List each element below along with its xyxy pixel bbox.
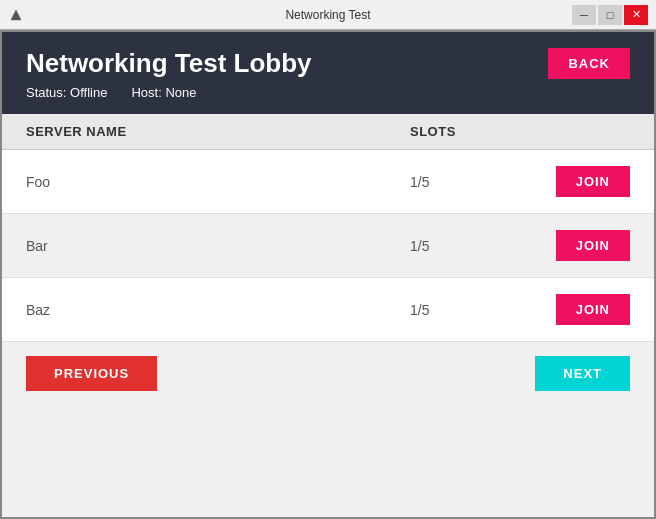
window-content: Networking Test Lobby BACK Status: Offli… (0, 30, 656, 519)
server-action: JOIN (530, 166, 630, 197)
lobby-status: Status: Offline Host: None (26, 85, 630, 100)
title-bar-left (8, 7, 24, 23)
next-button[interactable]: NEXT (535, 356, 630, 391)
server-name: Foo (26, 174, 410, 190)
host-field: Host: None (131, 85, 196, 100)
status-field: Status: Offline (26, 85, 107, 100)
previous-button[interactable]: PREVIOUS (26, 356, 157, 391)
join-button[interactable]: JOIN (556, 230, 630, 261)
minimize-button[interactable]: ─ (572, 5, 596, 25)
window-title: Networking Test (285, 8, 370, 22)
host-label: Host: (131, 85, 161, 100)
back-button[interactable]: BACK (548, 48, 630, 79)
join-button[interactable]: JOIN (556, 166, 630, 197)
host-value: None (165, 85, 196, 100)
table-row: Baz 1/5 JOIN (2, 278, 654, 342)
server-action: JOIN (530, 294, 630, 325)
maximize-button[interactable]: □ (598, 5, 622, 25)
table-row: Foo 1/5 JOIN (2, 150, 654, 214)
table-header: SERVER NAME SLOTS (2, 114, 654, 150)
server-list: Foo 1/5 JOIN Bar 1/5 JOIN Baz 1/5 JOIN (2, 150, 654, 342)
svg-marker-0 (11, 10, 21, 20)
close-button[interactable]: ✕ (624, 5, 648, 25)
column-header-server-name: SERVER NAME (26, 124, 410, 139)
server-slots: 1/5 (410, 174, 530, 190)
lobby-header-top: Networking Test Lobby BACK (26, 48, 630, 79)
server-name: Bar (26, 238, 410, 254)
column-header-slots: SLOTS (410, 124, 530, 139)
join-button[interactable]: JOIN (556, 294, 630, 325)
table-row: Bar 1/5 JOIN (2, 214, 654, 278)
server-action: JOIN (530, 230, 630, 261)
server-slots: 1/5 (410, 238, 530, 254)
status-value: Offline (70, 85, 107, 100)
status-label: Status: (26, 85, 66, 100)
lobby-title: Networking Test Lobby (26, 48, 312, 79)
title-bar: Networking Test ─ □ ✕ (0, 0, 656, 30)
app-icon (8, 7, 24, 23)
server-slots: 1/5 (410, 302, 530, 318)
title-bar-controls: ─ □ ✕ (572, 5, 648, 25)
footer: PREVIOUS NEXT (2, 342, 654, 405)
lobby-header: Networking Test Lobby BACK Status: Offli… (2, 32, 654, 114)
server-name: Baz (26, 302, 410, 318)
